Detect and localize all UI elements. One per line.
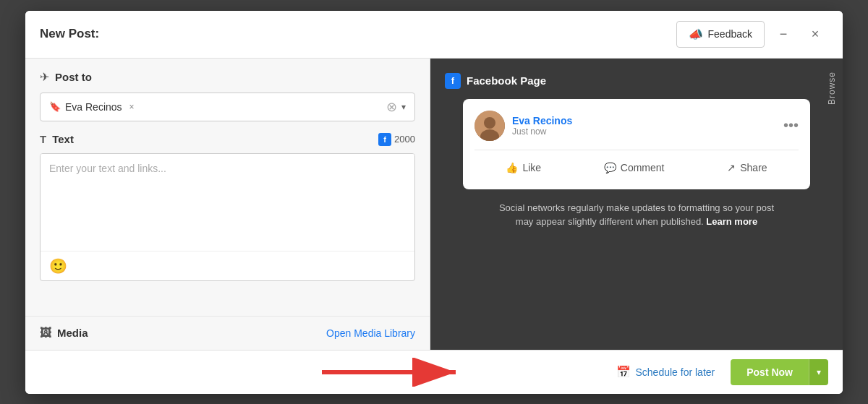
left-panel: ✈ Post to 🔖 Eva Recinos × ⊗ ▾ [25, 59, 430, 350]
right-panel: Browse f Facebook Page [430, 59, 843, 350]
preview-card-header: Eva Recinos Just now ••• [475, 111, 799, 141]
text-area-footer: 🙂 [41, 251, 414, 280]
minimize-button[interactable]: − [770, 21, 796, 47]
text-section: T Text f 2000 🙂 [25, 133, 430, 316]
modal-overlay: New Post: 📣 Feedback − × ✈ Post to [0, 0, 868, 404]
avatar-image [475, 111, 505, 141]
like-icon: 👍 [506, 162, 518, 173]
share-button[interactable]: ↗ Share [715, 158, 778, 178]
text-input[interactable] [41, 154, 414, 248]
preview-username: Eva Recinos [512, 115, 572, 126]
schedule-label: Schedule for later [635, 366, 715, 378]
feedback-label: Feedback [708, 28, 752, 40]
selected-account: 🔖 Eva Recinos × [49, 101, 135, 113]
header-right: 📣 Feedback − × [676, 21, 828, 48]
preview-timestamp: Just now [512, 126, 572, 137]
open-media-library-link[interactable]: Open Media Library [326, 327, 415, 339]
emoji-button[interactable]: 🙂 [49, 257, 67, 275]
like-label: Like [522, 162, 541, 173]
account-bookmark-icon: 🔖 [49, 101, 61, 112]
disclaimer-text: Social networks regularly make updates t… [492, 201, 781, 229]
media-title: Media [57, 327, 88, 339]
send-icon: ✈ [40, 70, 49, 84]
post-to-header: ✈ Post to [40, 70, 415, 84]
media-label: 🖼 Media [40, 327, 88, 340]
facebook-logo-icon: f [445, 73, 461, 89]
facebook-icon: f [378, 133, 391, 146]
text-title: Text [52, 133, 74, 145]
learn-more-link[interactable]: Learn more [706, 216, 757, 227]
schedule-later-button[interactable]: 📅 Schedule for later [608, 359, 723, 384]
text-section-header: T Text f 2000 [40, 133, 415, 146]
selector-controls: ⊗ ▾ [386, 99, 406, 115]
post-now-dropdown-button[interactable]: ▾ [809, 359, 828, 385]
like-button[interactable]: 👍 Like [494, 158, 553, 178]
char-count-value: 2000 [394, 134, 415, 145]
modal-title: New Post: [40, 27, 99, 41]
text-area-wrapper: 🙂 [40, 153, 415, 281]
browse-label: Browse [821, 69, 843, 108]
preview-actions: 👍 Like 💬 Comment ↗ Share [475, 150, 799, 178]
preview-user: Eva Recinos Just now [475, 111, 572, 141]
char-count: f 2000 [378, 133, 415, 146]
remove-account-button[interactable]: × [129, 102, 135, 112]
modal-body: ✈ Post to 🔖 Eva Recinos × ⊗ ▾ [25, 59, 843, 350]
text-icon: T [40, 133, 46, 145]
facebook-page-header: f Facebook Page [445, 73, 546, 89]
preview-user-info: Eva Recinos Just now [512, 115, 572, 137]
close-button[interactable]: × [802, 21, 828, 47]
post-now-button[interactable]: Post Now [731, 359, 809, 385]
facebook-page-label: Facebook Page [467, 74, 546, 87]
clear-icon[interactable]: ⊗ [386, 99, 397, 115]
svg-point-1 [484, 117, 495, 129]
post-preview-card: Eva Recinos Just now ••• 👍 Like 💬 [463, 99, 810, 189]
red-arrow-svg [322, 358, 467, 387]
avatar [475, 111, 505, 141]
comment-button[interactable]: 💬 Comment [592, 158, 676, 178]
image-icon: 🖼 [40, 327, 51, 340]
feedback-button[interactable]: 📣 Feedback [676, 21, 765, 48]
media-section: 🖼 Media Open Media Library [25, 316, 430, 350]
calendar-icon: 📅 [616, 365, 631, 379]
text-label: T Text [40, 133, 74, 145]
share-icon: ↗ [727, 162, 736, 173]
account-name: Eva Recinos [65, 101, 122, 113]
modal-footer: 📅 Schedule for later Post Now ▾ [25, 350, 843, 394]
modal-header: New Post: 📣 Feedback − × [25, 11, 843, 59]
post-to-title: Post to [55, 71, 92, 83]
post-to-section: ✈ Post to 🔖 Eva Recinos × ⊗ ▾ [25, 59, 430, 133]
comment-label: Comment [621, 162, 665, 173]
megaphone-icon: 📣 [689, 27, 703, 41]
post-to-selector[interactable]: 🔖 Eva Recinos × ⊗ ▾ [40, 93, 415, 121]
chevron-down-icon[interactable]: ▾ [401, 102, 406, 112]
arrow-decoration [25, 358, 467, 387]
share-label: Share [740, 162, 767, 173]
comment-icon: 💬 [604, 162, 616, 173]
new-post-modal: New Post: 📣 Feedback − × ✈ Post to [25, 11, 843, 394]
more-options-button[interactable]: ••• [783, 117, 799, 134]
post-now-group: Post Now ▾ [731, 359, 828, 385]
